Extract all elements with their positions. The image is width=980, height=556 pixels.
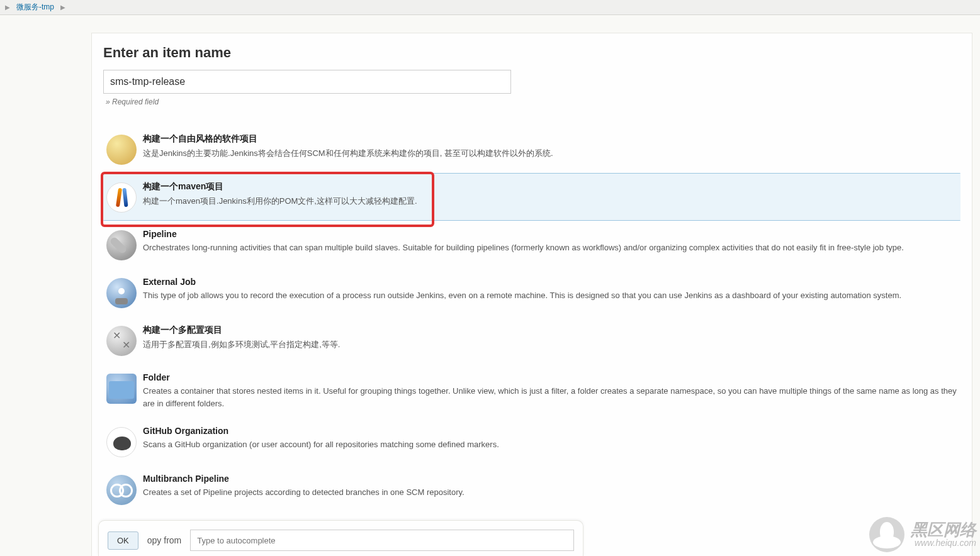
project-title: Pipeline [143, 229, 957, 239]
project-type-list: 构建一个自由风格的软件项目 这是Jenkins的主要功能.Jenkins将会结合… [103, 125, 960, 513]
project-type-pipeline[interactable]: Pipeline Orchestrates long-running activ… [103, 221, 960, 269]
new-item-panel: Enter an item name » Required field 构建一个… [91, 33, 972, 556]
project-desc: This type of job allows you to record th… [143, 289, 957, 302]
project-title: 构建一个多配置项目 [143, 325, 957, 336]
chevron-right-icon: ▶ [58, 4, 68, 11]
required-field-label: » Required field [103, 97, 960, 106]
project-title: 构建一个maven项目 [143, 181, 957, 192]
project-title: External Job [143, 277, 957, 287]
folder-icon [106, 374, 137, 404]
breadcrumb: ▶ 微服务-tmp ▶ [0, 0, 980, 15]
watermark-logo-icon [869, 517, 904, 552]
project-desc: 适用于多配置项目,例如多环境测试,平台指定构建,等等. [143, 338, 957, 351]
project-desc: Orchestrates long-running activities tha… [143, 242, 957, 254]
page-title: Enter an item name [103, 45, 960, 61]
project-desc: 构建一个maven项目.Jenkins利用你的POM文件,这样可以大大减轻构建配… [143, 195, 957, 208]
project-desc: 这是Jenkins的主要功能.Jenkins将会结合任何SCM和任何构建系统来构… [143, 147, 957, 160]
freestyle-project-icon [106, 135, 137, 165]
footer-action-bar: OK opy from [98, 520, 583, 556]
project-type-multiconfig[interactable]: 构建一个多配置项目 适用于多配置项目,例如多环境测试,平台指定构建,等等. [103, 316, 960, 364]
watermark-text-url: www.heiqu.com [911, 538, 976, 548]
multi-config-icon [106, 326, 137, 356]
project-title: Folder [143, 372, 957, 382]
github-org-icon [106, 427, 137, 457]
project-type-maven[interactable]: 构建一个maven项目 构建一个maven项目.Jenkins利用你的POM文件… [103, 173, 960, 221]
project-title: Multibranch Pipeline [143, 474, 957, 484]
project-title: GitHub Organization [143, 426, 957, 436]
watermark: 黑区网络 www.heiqu.com [869, 517, 976, 552]
project-desc: Scans a GitHub organization (or user acc… [143, 438, 957, 451]
project-desc: Creates a container that stores nested i… [143, 385, 957, 409]
project-type-freestyle[interactable]: 构建一个自由风格的软件项目 这是Jenkins的主要功能.Jenkins将会结合… [103, 125, 960, 173]
project-type-external-job[interactable]: External Job This type of job allows you… [103, 269, 960, 316]
project-type-folder[interactable]: Folder Creates a container that stores n… [103, 364, 960, 418]
project-type-multibranch[interactable]: Multibranch Pipeline Creates a set of Pi… [103, 465, 960, 513]
item-name-input[interactable] [103, 70, 511, 94]
maven-project-icon [106, 182, 137, 213]
multibranch-icon [106, 475, 137, 505]
project-type-github-org[interactable]: GitHub Organization Scans a GitHub organ… [103, 418, 960, 465]
watermark-text-cn: 黑区网络 [911, 521, 976, 538]
copy-from-label: opy from [147, 535, 181, 545]
chevron-right-icon: ▶ [3, 4, 13, 11]
project-desc: Creates a set of Pipeline projects accor… [143, 486, 957, 499]
pipeline-icon [106, 230, 137, 260]
breadcrumb-item[interactable]: 微服务-tmp [13, 2, 58, 13]
copy-from-input[interactable] [190, 530, 574, 551]
project-title: 构建一个自由风格的软件项目 [143, 133, 957, 145]
ok-button[interactable]: OK [108, 531, 138, 550]
external-job-icon [106, 278, 137, 308]
